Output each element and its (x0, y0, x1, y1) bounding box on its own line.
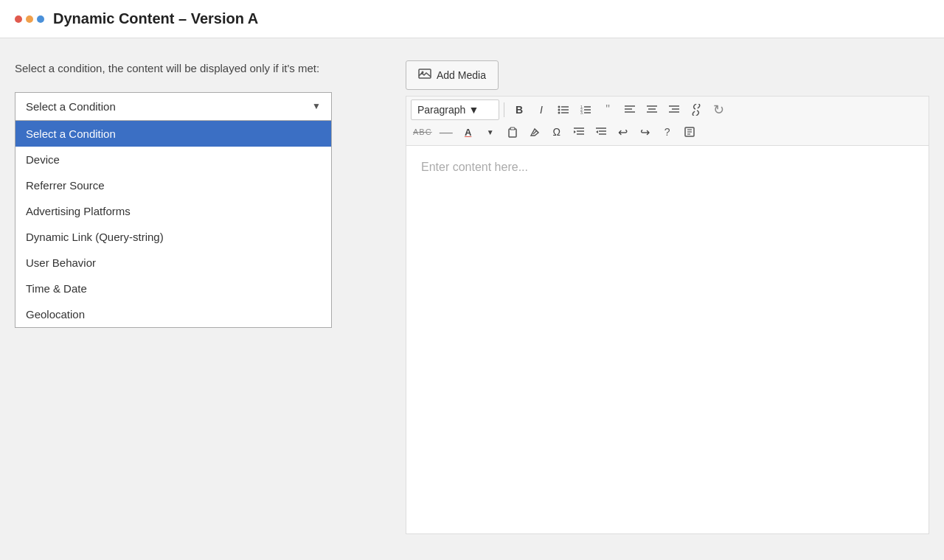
add-media-button[interactable]: Add Media (406, 60, 499, 90)
text-color-dropdown[interactable]: ▼ (480, 122, 501, 142)
svg-rect-24 (509, 129, 516, 137)
more-button[interactable]: ↻ (708, 99, 729, 120)
paragraph-format-label: Paragraph (417, 104, 465, 116)
right-panel: Add Media Paragraph ▼ B I 1.2.3. " (406, 60, 929, 534)
redo-button[interactable]: ↪ (635, 122, 656, 142)
app-header: Dynamic Content – Version A (0, 0, 944, 38)
toolbar-row-2: ABC — A ▼ Ω ↩ ↪ ? (411, 120, 924, 142)
align-center-button[interactable] (642, 99, 662, 120)
page-title: Dynamic Content – Version A (53, 10, 258, 27)
svg-rect-25 (510, 127, 515, 130)
dropdown-option-dynamic-link[interactable]: Dynamic Link (Query-string) (15, 224, 331, 250)
main-content: Select a condition, the content will be … (0, 38, 944, 556)
dropdown-option-user-behavior[interactable]: User Behavior (15, 250, 331, 276)
fullscreen-button[interactable] (679, 122, 700, 142)
bold-button[interactable]: B (509, 99, 530, 120)
svg-point-3 (558, 106, 560, 108)
editor-content-area[interactable]: Enter content here... (406, 145, 929, 534)
text-color-button[interactable]: A (458, 122, 479, 142)
editor-toolbar: Paragraph ▼ B I 1.2.3. " (406, 96, 929, 145)
dropdown-option-time-date[interactable]: Time & Date (15, 276, 331, 301)
dropdown-trigger-label: Select a Condition (26, 100, 116, 113)
svg-point-5 (558, 109, 560, 111)
dropdown-option-device[interactable]: Device (15, 147, 331, 172)
indent-button[interactable] (569, 122, 589, 142)
paste-text-button[interactable] (502, 122, 523, 142)
dropdown-arrow-icon: ▼ (312, 101, 321, 111)
svg-point-7 (558, 112, 560, 114)
align-right-button[interactable] (664, 99, 684, 120)
add-media-label: Add Media (437, 69, 486, 81)
paragraph-format-arrow: ▼ (468, 104, 479, 116)
outdent-button[interactable] (591, 122, 611, 142)
ordered-list-button[interactable]: 1.2.3. (575, 99, 596, 120)
toolbar-divider-1 (504, 102, 504, 117)
dropdown-option-referrer-source[interactable]: Referrer Source (15, 172, 331, 198)
horizontal-rule-button[interactable]: — (436, 122, 457, 142)
condition-dropdown-wrapper: Select a Condition ▼ Select a Condition … (15, 92, 332, 121)
add-media-icon (418, 67, 431, 83)
dot-orange (26, 15, 33, 23)
blockquote-button[interactable]: " (597, 99, 618, 120)
left-panel: Select a condition, the content will be … (15, 60, 376, 534)
italic-button[interactable]: I (531, 99, 552, 120)
dropdown-option-select-condition[interactable]: Select a Condition (15, 121, 331, 147)
omega-special-chars-button[interactable]: Ω (546, 122, 567, 142)
condition-dropdown-list: Select a Condition Device Referrer Sourc… (15, 121, 332, 328)
paragraph-format-select[interactable]: Paragraph ▼ (411, 99, 499, 120)
align-left-button[interactable] (620, 99, 640, 120)
eraser-button[interactable] (524, 122, 545, 142)
editor-placeholder: Enter content here... (421, 161, 528, 173)
dot-red (15, 15, 22, 23)
dropdown-option-advertising-platforms[interactable]: Advertising Platforms (15, 198, 331, 224)
header-dots (15, 15, 44, 23)
link-button[interactable] (686, 99, 707, 120)
help-button[interactable]: ? (657, 122, 678, 142)
strikethrough-abc-icon: ABC (411, 127, 434, 136)
toolbar-row-1: Paragraph ▼ B I 1.2.3. " (411, 99, 924, 120)
condition-dropdown-trigger[interactable]: Select a Condition ▼ (15, 92, 332, 121)
svg-text:3.: 3. (580, 111, 583, 115)
dot-blue (37, 15, 44, 23)
unordered-list-button[interactable] (553, 99, 574, 120)
undo-button[interactable]: ↩ (613, 122, 634, 142)
condition-description: Select a condition, the content will be … (15, 60, 376, 77)
dropdown-option-geolocation[interactable]: Geolocation (15, 301, 331, 327)
